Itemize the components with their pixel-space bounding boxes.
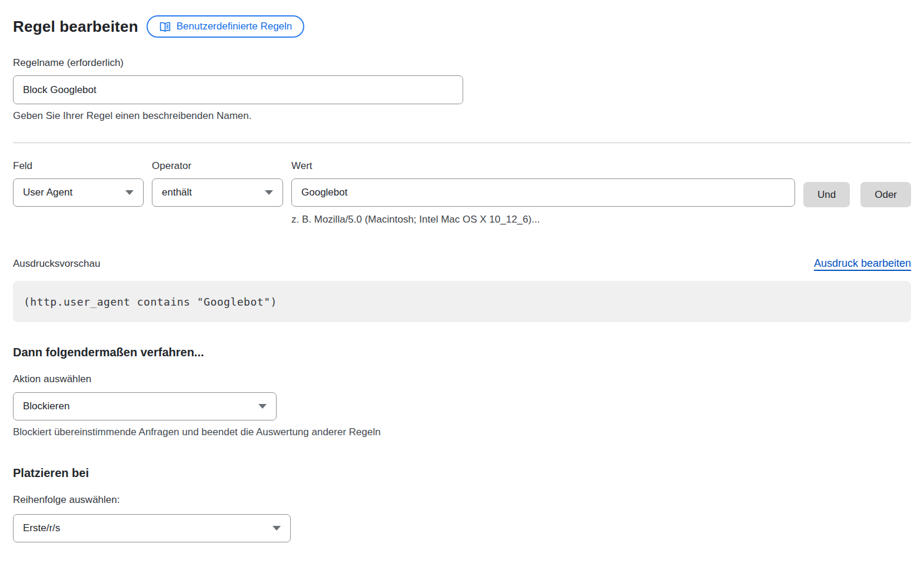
chevron-down-icon <box>125 190 134 195</box>
rule-name-helper: Geben Sie Ihrer Regel einen beschreibend… <box>13 110 911 122</box>
condition-buttons: Und Oder <box>803 160 911 207</box>
edit-expression-link[interactable]: Ausdruck bearbeiten <box>814 257 911 270</box>
page-title: Regel bearbeiten <box>13 18 138 36</box>
field-label: Feld <box>13 160 144 172</box>
value-input[interactable] <box>291 178 795 207</box>
operator-column: Operator enthält <box>152 160 283 207</box>
chevron-down-icon <box>272 526 281 531</box>
expression-preview-code: (http.user_agent contains "Googlebot") <box>13 281 911 322</box>
rule-name-input[interactable] <box>13 75 463 104</box>
action-select[interactable]: Blockieren <box>13 392 277 420</box>
operator-select[interactable]: enthält <box>152 178 283 207</box>
placement-label: Reihenfolge auswählen: <box>13 494 911 506</box>
action-section: Dann folgendermaßen verfahren... Aktion … <box>13 346 911 438</box>
value-column: Wert z. B. Mozilla/5.0 (Macintosh; Intel… <box>291 160 795 226</box>
expression-label: Ausdrucksvorschau <box>13 258 100 270</box>
chevron-down-icon <box>265 190 273 195</box>
placement-section: Platzieren bei Reihenfolge auswählen: Er… <box>13 466 911 542</box>
field-select-value: User Agent <box>23 187 72 198</box>
custom-rules-badge-label: Benutzerdefinierte Regeln <box>177 21 293 32</box>
action-label: Aktion auswählen <box>13 373 911 385</box>
order-select-value: Erste/r/s <box>23 522 60 534</box>
action-heading: Dann folgendermaßen verfahren... <box>13 346 911 359</box>
field-column: Feld User Agent <box>13 160 144 207</box>
or-button[interactable]: Oder <box>860 182 911 207</box>
operator-select-value: enthält <box>162 187 192 198</box>
placement-heading: Platzieren bei <box>13 466 911 480</box>
order-select[interactable]: Erste/r/s <box>13 514 291 542</box>
book-icon <box>159 21 171 33</box>
rule-name-label: Regelname (erforderlich) <box>13 57 911 69</box>
field-select[interactable]: User Agent <box>13 178 144 207</box>
action-helper: Blockiert übereinstimmende Anfragen und … <box>13 426 911 438</box>
rule-name-group: Regelname (erforderlich) Geben Sie Ihrer… <box>13 57 911 122</box>
action-select-value: Blockieren <box>23 400 69 412</box>
and-button[interactable]: Und <box>803 182 850 207</box>
edit-rule-page: Regel bearbeiten Benutzerdefinierte Rege… <box>0 0 924 542</box>
value-label: Wert <box>291 160 795 172</box>
page-header: Regel bearbeiten Benutzerdefinierte Rege… <box>13 15 911 38</box>
section-divider <box>13 143 911 143</box>
custom-rules-badge[interactable]: Benutzerdefinierte Regeln <box>147 15 305 38</box>
chevron-down-icon <box>258 404 267 409</box>
value-helper: z. B. Mozilla/5.0 (Macintosh; Intel Mac … <box>291 214 795 226</box>
condition-row: Feld User Agent Operator enthält Wert z.… <box>13 160 911 226</box>
operator-label: Operator <box>152 160 283 172</box>
expression-header: Ausdrucksvorschau Ausdruck bearbeiten <box>13 257 911 270</box>
